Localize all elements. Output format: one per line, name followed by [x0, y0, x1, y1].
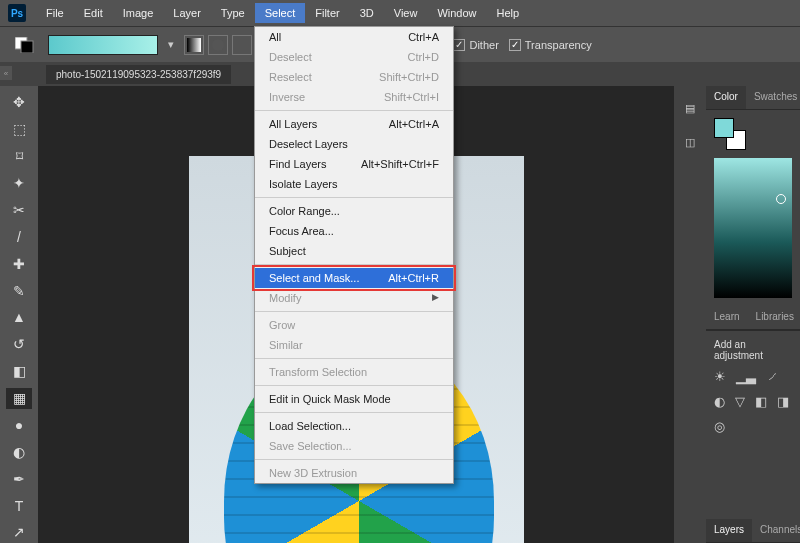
foreground-swatch-button[interactable] [12, 35, 38, 55]
stamp-tool-icon[interactable]: ▲ [6, 307, 32, 328]
menu-item-new-3d-extrusion: New 3D Extrusion [255, 463, 453, 483]
menu-separator [255, 385, 453, 386]
gradient-type-group [184, 35, 252, 55]
tab-color[interactable]: Color [706, 86, 746, 109]
gradient-tool-icon[interactable]: ▦ [6, 388, 32, 409]
menu-item-color-range[interactable]: Color Range... [255, 201, 453, 221]
tab-libraries[interactable]: Libraries [748, 306, 800, 329]
menu-separator [255, 358, 453, 359]
menu-select[interactable]: Select [255, 3, 306, 23]
blur-tool-icon[interactable]: ● [6, 415, 32, 436]
brush-tool-icon[interactable]: ✎ [6, 280, 32, 301]
menu-filter[interactable]: Filter [305, 3, 349, 23]
eyedropper-tool-icon[interactable]: / [6, 226, 32, 247]
dodge-tool-icon[interactable]: ◐ [6, 441, 32, 462]
menu-item-load-selection[interactable]: Load Selection... [255, 416, 453, 436]
dither-checkbox[interactable]: Dither [453, 39, 498, 51]
gradient-angle-icon[interactable] [232, 35, 252, 55]
hue-icon[interactable]: ◧ [755, 394, 767, 409]
svg-rect-1 [21, 41, 33, 53]
menu-item-save-selection: Save Selection... [255, 436, 453, 456]
menu-item-similar: Similar [255, 335, 453, 355]
menu-item-edit-in-quick-mask-mode[interactable]: Edit in Quick Mask Mode [255, 389, 453, 409]
brightness-icon[interactable]: ☀ [714, 369, 726, 384]
photo-filter-icon[interactable]: ◎ [714, 419, 725, 434]
move-tool-icon[interactable]: ✥ [6, 92, 32, 113]
dropdown-caret-icon[interactable]: ▾ [168, 38, 174, 51]
menu-item-subject[interactable]: Subject [255, 241, 453, 261]
menu-item-select-and-mask[interactable]: Select and Mask...Alt+Ctrl+R [255, 268, 453, 288]
menu-layer[interactable]: Layer [163, 3, 211, 23]
menu-item-deselect-layers[interactable]: Deselect Layers [255, 134, 453, 154]
gradient-linear-icon[interactable] [184, 35, 204, 55]
path-tool-icon[interactable]: ↗ [6, 522, 32, 543]
menu-3d[interactable]: 3D [350, 3, 384, 23]
menu-item-all[interactable]: AllCtrl+A [255, 27, 453, 47]
menu-item-focus-area[interactable]: Focus Area... [255, 221, 453, 241]
adjustments-panel: Add an adjustment ☀ ▁▃ ⟋ ◐ ▽ ◧ ◨ ◎ [706, 330, 800, 442]
tools-panel: ✥ ⬚ ⌑ ✦ ✂ / ✚ ✎ ▲ ↺ ◧ ▦ ● ◐ ✒ T ↗ [0, 86, 38, 543]
bw-icon[interactable]: ◨ [777, 394, 789, 409]
properties-panel-icon[interactable]: ◫ [680, 132, 700, 152]
menu-item-all-layers[interactable]: All LayersAlt+Ctrl+A [255, 114, 453, 134]
tab-channels[interactable]: Channels [752, 519, 800, 542]
type-tool-icon[interactable]: T [6, 495, 32, 516]
color-panel [706, 110, 800, 306]
menu-item-isolate-layers[interactable]: Isolate Layers [255, 174, 453, 194]
pen-tool-icon[interactable]: ✒ [6, 468, 32, 489]
menu-separator [255, 110, 453, 111]
history-brush-tool-icon[interactable]: ↺ [6, 334, 32, 355]
right-panels: Color Swatches Learn Libraries Add an ad… [706, 86, 800, 543]
menu-image[interactable]: Image [113, 3, 164, 23]
levels-icon[interactable]: ▁▃ [736, 369, 756, 384]
menu-view[interactable]: View [384, 3, 428, 23]
menu-type[interactable]: Type [211, 3, 255, 23]
menu-window[interactable]: Window [427, 3, 486, 23]
menu-separator [255, 459, 453, 460]
marquee-tool-icon[interactable]: ⬚ [6, 119, 32, 140]
app-logo: Ps [8, 4, 26, 22]
curves-icon[interactable]: ⟋ [766, 369, 779, 384]
toolbar-collapse-handle[interactable]: « [0, 66, 12, 80]
quick-select-tool-icon[interactable]: ✦ [6, 173, 32, 194]
menu-separator [255, 264, 453, 265]
history-panel-icon[interactable]: ▤ [680, 98, 700, 118]
gradient-radial-icon[interactable] [208, 35, 228, 55]
adjustments-header: Add an adjustment [714, 339, 792, 361]
menu-edit[interactable]: Edit [74, 3, 113, 23]
menu-file[interactable]: File [36, 3, 74, 23]
menu-separator [255, 412, 453, 413]
menu-item-find-layers[interactable]: Find LayersAlt+Shift+Ctrl+F [255, 154, 453, 174]
menu-item-grow: Grow [255, 315, 453, 335]
menu-item-reselect: ReselectShift+Ctrl+D [255, 67, 453, 87]
vibrance-icon[interactable]: ▽ [735, 394, 745, 409]
gradient-preview[interactable] [48, 35, 158, 55]
healing-tool-icon[interactable]: ✚ [6, 253, 32, 274]
menu-item-inverse: InverseShift+Ctrl+I [255, 87, 453, 107]
crop-tool-icon[interactable]: ✂ [6, 200, 32, 221]
svg-rect-2 [187, 38, 201, 52]
tab-layers[interactable]: Layers [706, 519, 752, 542]
exposure-icon[interactable]: ◐ [714, 394, 725, 409]
transparency-checkbox[interactable]: Transparency [509, 39, 592, 51]
document-tab[interactable]: photo-1502119095323-253837f293f9 [46, 65, 231, 84]
tab-learn[interactable]: Learn [706, 306, 748, 329]
menu-item-modify: Modify▶ [255, 288, 453, 308]
fg-bg-swatches[interactable] [714, 118, 746, 150]
eraser-tool-icon[interactable]: ◧ [6, 361, 32, 382]
menu-separator [255, 197, 453, 198]
menu-separator [255, 311, 453, 312]
menu-help[interactable]: Help [487, 3, 530, 23]
menubar: Ps FileEditImageLayerTypeSelectFilter3DV… [0, 0, 800, 26]
lasso-tool-icon[interactable]: ⌑ [6, 146, 32, 167]
color-picker[interactable] [714, 158, 792, 298]
select-menu-dropdown: AllCtrl+ADeselectCtrl+DReselectShift+Ctr… [254, 26, 454, 484]
collapsed-panels-strip: ▤ ◫ [674, 86, 706, 543]
menu-item-transform-selection: Transform Selection [255, 362, 453, 382]
svg-point-3 [212, 39, 224, 51]
menu-item-deselect: DeselectCtrl+D [255, 47, 453, 67]
tab-swatches[interactable]: Swatches [746, 86, 800, 109]
